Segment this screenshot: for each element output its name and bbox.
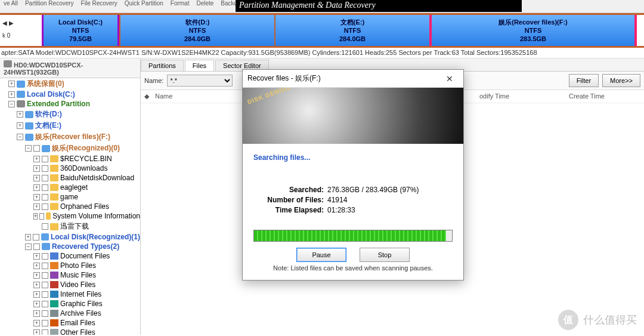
checkbox[interactable] <box>33 145 40 152</box>
tb-partrec[interactable]: Partition Recovery <box>21 0 78 7</box>
partition-f[interactable]: 娱乐(Recover files)(F:) NTFS 283.5GB <box>429 15 637 46</box>
other-icon <box>50 329 58 335</box>
expander-icon[interactable]: + <box>33 291 40 298</box>
tree-localc[interactable]: +Local Disk(C:) <box>0 90 140 99</box>
filter-button[interactable]: Filter <box>569 74 599 87</box>
tree-ext[interactable]: −Extended Partition <box>0 99 140 109</box>
tree-type[interactable]: +Music Files <box>0 270 140 280</box>
tree-folder[interactable]: +System Volume Information <box>0 211 140 221</box>
expander-icon[interactable]: − <box>25 145 32 152</box>
tb-filerec[interactable]: File Recovery <box>78 0 121 7</box>
checkbox[interactable] <box>42 291 48 298</box>
tree-type[interactable]: +Email Files <box>0 318 140 328</box>
checkbox[interactable] <box>42 310 48 317</box>
checkbox[interactable] <box>42 204 48 210</box>
watermark: 值 什么值得买 <box>558 310 637 330</box>
expander-icon[interactable]: + <box>33 165 40 172</box>
tb-format[interactable]: Format <box>167 0 193 7</box>
partition-e[interactable]: 文档(E:) NTFS 284.0GB <box>274 15 429 46</box>
tree-folder[interactable]: 迅雷下载 <box>0 221 140 232</box>
tab-files[interactable]: Files <box>185 60 214 71</box>
expander-icon[interactable]: + <box>33 272 40 279</box>
checkbox[interactable] <box>42 282 48 288</box>
col-modify[interactable]: odify Time <box>479 93 569 100</box>
more-button[interactable]: More>> <box>602 74 640 87</box>
expander-icon[interactable]: + <box>8 81 15 87</box>
pause-button[interactable]: Pause <box>296 248 346 262</box>
checkbox[interactable] <box>42 263 48 269</box>
checkbox[interactable] <box>33 234 39 241</box>
expander-icon[interactable]: + <box>33 194 40 201</box>
tree-type[interactable]: +Video Files <box>0 280 140 289</box>
name-pattern-select[interactable]: *.* <box>167 75 233 87</box>
tree-type[interactable]: +Photo Files <box>0 261 140 270</box>
partition-tree[interactable]: HD0:WDCWD10SPCX-24HWST1(932GB) +系统保留(0) … <box>0 58 141 335</box>
expander-icon[interactable]: + <box>33 184 40 191</box>
expander-icon[interactable]: + <box>8 91 15 98</box>
tree-type[interactable]: +Document Files <box>0 251 140 261</box>
nav-arrows[interactable]: ◀ ▶ <box>2 20 39 26</box>
expander-icon[interactable]: + <box>17 111 23 118</box>
tree-type[interactable]: +Other Files <box>0 328 140 335</box>
checkbox[interactable] <box>42 272 48 279</box>
expander-icon[interactable]: + <box>33 282 40 288</box>
tree-e[interactable]: +文档(E:) <box>0 120 140 131</box>
tb-saveall[interactable]: ve All <box>0 0 21 7</box>
expander-icon[interactable]: − <box>8 101 15 107</box>
expander-icon[interactable]: − <box>25 243 32 250</box>
tree-localrec[interactable]: +Local Disk(Recognized)(1) <box>0 232 140 242</box>
expander-icon[interactable]: + <box>33 213 38 220</box>
checkbox[interactable] <box>42 194 48 201</box>
tree-type[interactable]: +Graphic Files <box>0 299 140 309</box>
tree-recognized[interactable]: −娱乐(Recognized)(0) <box>0 143 140 154</box>
tree-label: Recovered Types(2) <box>52 242 119 251</box>
checkbox[interactable] <box>42 253 48 260</box>
expander-icon[interactable]: − <box>17 134 23 140</box>
partition-c[interactable]: Local Disk(C:) NTFS 79.5GB <box>42 15 119 46</box>
checkbox[interactable] <box>42 223 48 230</box>
tb-delete[interactable]: Delete <box>193 0 217 7</box>
expander-icon[interactable]: + <box>17 122 23 129</box>
partition-d[interactable]: 软件(D:) NTFS 284.0GB <box>119 15 274 46</box>
checkbox[interactable] <box>42 320 48 326</box>
tree-label: Photo Files <box>60 261 96 270</box>
expander-icon[interactable]: + <box>33 263 40 269</box>
tree-rectypes[interactable]: −Recovered Types(2) <box>0 242 140 251</box>
expander-icon[interactable]: + <box>33 310 40 317</box>
tree-sysres[interactable]: +系统保留(0) <box>0 78 140 90</box>
tree-folder[interactable]: +BaiduNetdiskDownload <box>0 173 140 183</box>
expander-icon[interactable]: + <box>33 320 40 326</box>
checkbox[interactable] <box>42 175 48 181</box>
expander-icon[interactable]: + <box>33 253 40 260</box>
tab-partitions[interactable]: Partitions <box>141 60 184 71</box>
tree-d[interactable]: +软件(D:) <box>0 109 140 120</box>
checkbox[interactable] <box>42 301 48 307</box>
tb-quick[interactable]: Quick Partition <box>121 0 167 7</box>
tree-folder[interactable]: +eagleget <box>0 183 140 192</box>
expander-icon[interactable]: + <box>33 329 40 335</box>
col-create[interactable]: Create Time <box>569 93 640 100</box>
tree-folder[interactable]: +game <box>0 192 140 202</box>
tree-f[interactable]: −娱乐(Recover files)(F:) <box>0 131 140 143</box>
expander-icon[interactable]: + <box>25 234 31 241</box>
checkbox[interactable] <box>39 213 44 220</box>
close-icon[interactable]: ✕ <box>441 74 459 84</box>
dialog-titlebar[interactable]: Recover files - 娱乐(F:) ✕ <box>243 70 463 88</box>
part-fs: NTFS <box>189 26 206 35</box>
tree-folder[interactable]: +$RECYCLE.BIN <box>0 154 140 164</box>
tree-type[interactable]: +Archive Files <box>0 309 140 318</box>
checkbox[interactable] <box>42 329 48 335</box>
expander-icon[interactable]: + <box>33 301 40 307</box>
tree-folder[interactable]: +Orphaned Files <box>0 202 140 211</box>
tree-type[interactable]: +Internet Files <box>0 289 140 299</box>
folder-icon <box>50 174 58 181</box>
expander-icon[interactable]: + <box>33 204 40 210</box>
checkbox[interactable] <box>42 165 48 172</box>
expander-icon[interactable]: + <box>33 175 40 181</box>
checkbox[interactable] <box>33 243 40 250</box>
checkbox[interactable] <box>42 156 48 162</box>
expander-icon[interactable]: + <box>33 156 40 162</box>
tree-folder[interactable]: +360Downloads <box>0 164 140 173</box>
checkbox[interactable] <box>42 184 48 191</box>
stop-button[interactable]: Stop <box>360 248 410 262</box>
